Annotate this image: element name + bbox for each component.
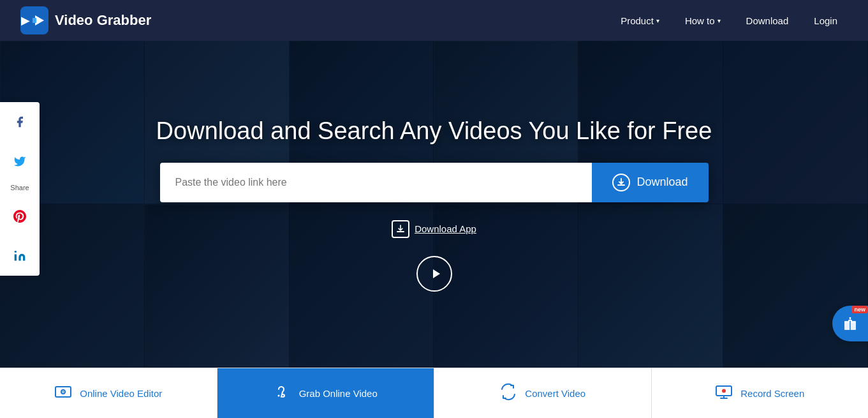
svg-point-11 — [722, 389, 726, 392]
play-button[interactable] — [416, 256, 452, 292]
logo[interactable]: Video Grabber — [20, 6, 151, 34]
tab-convert-video[interactable]: Convert Video — [434, 368, 652, 418]
tab-record-screen[interactable]: Record Screen — [652, 368, 869, 418]
search-bar: Download — [160, 163, 709, 202]
howto-chevron-icon: ▾ — [717, 17, 721, 24]
social-sidebar: Share — [0, 102, 40, 276]
video-url-input[interactable] — [160, 163, 592, 202]
nav-product[interactable]: Product ▾ — [610, 10, 670, 31]
svg-point-9 — [277, 394, 279, 396]
download-app-icon — [392, 220, 409, 238]
svg-point-8 — [63, 391, 64, 392]
grab-video-icon — [274, 383, 291, 405]
nav-login[interactable]: Login — [804, 10, 848, 31]
twitter-share-button[interactable] — [0, 142, 40, 181]
gift-new-badge: new — [851, 306, 868, 313]
logo-text: Video Grabber — [55, 12, 151, 29]
facebook-share-button[interactable] — [0, 102, 40, 142]
product-chevron-icon: ▾ — [656, 17, 659, 24]
nav-download[interactable]: Download — [736, 10, 799, 31]
svg-marker-5 — [433, 269, 440, 278]
navbar-nav: Product ▾ How to ▾ Download Login — [610, 10, 848, 31]
logo-icon — [20, 6, 48, 34]
hero-section: Download and Search Any Videos You Like … — [0, 41, 868, 368]
gift-button[interactable]: new — [832, 306, 868, 341]
tab-online-video-editor[interactable]: Online Video Editor — [0, 368, 217, 418]
svg-point-0 — [15, 251, 17, 253]
pinterest-share-button[interactable] — [0, 197, 40, 236]
nav-howto[interactable]: How to ▾ — [675, 10, 731, 31]
record-screen-icon — [715, 383, 733, 405]
download-icon — [612, 174, 630, 191]
download-button[interactable]: Download — [592, 163, 708, 202]
video-editor-icon — [54, 383, 72, 405]
svg-rect-4 — [397, 231, 404, 232]
svg-rect-3 — [33, 18, 36, 23]
tab-grab-online-video[interactable]: Grab Online Video — [217, 368, 435, 418]
hero-content: Download and Search Any Videos You Like … — [0, 117, 868, 292]
bottom-tabs: Online Video Editor Grab Online Video Co… — [0, 368, 868, 418]
download-app-link[interactable]: Download App — [392, 220, 476, 238]
navbar: Video Grabber Product ▾ How to ▾ Downloa… — [0, 0, 868, 41]
convert-video-icon — [499, 383, 517, 405]
share-label: Share — [0, 181, 40, 197]
linkedin-share-button[interactable] — [0, 236, 40, 276]
hero-title: Download and Search Any Videos You Like … — [156, 117, 712, 145]
